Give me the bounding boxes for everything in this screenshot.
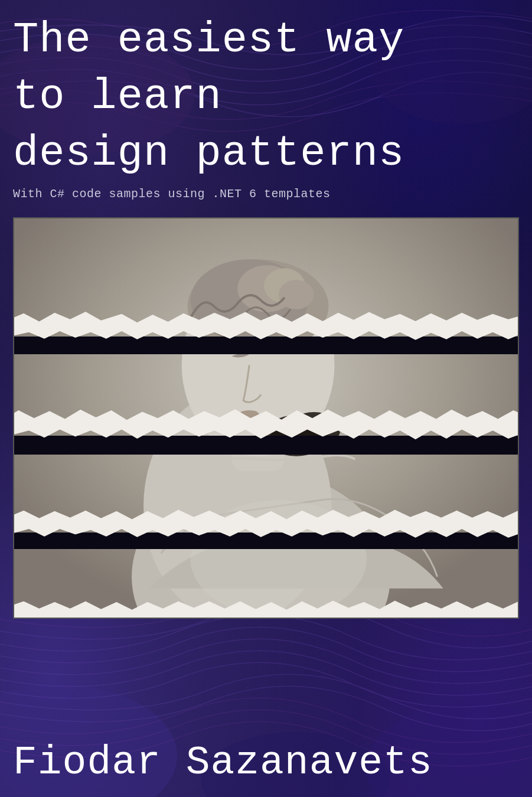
svg-point-15 [279,280,314,309]
book-subtitle: With C# code samples using .NET 6 templa… [13,187,519,201]
author-name: Fiodar Sazanavets [13,723,519,785]
title-line3: design patterns [13,131,519,177]
book-title: The easiest way to learn design patterns [13,18,519,187]
title-line2: to learn [13,74,519,120]
tear-gap-2 [14,436,518,455]
title-line1: The easiest way [13,18,519,64]
book-cover-image [13,217,519,619]
tear-gap-1 [14,337,518,354]
page-content: The easiest way to learn design patterns… [0,0,532,797]
